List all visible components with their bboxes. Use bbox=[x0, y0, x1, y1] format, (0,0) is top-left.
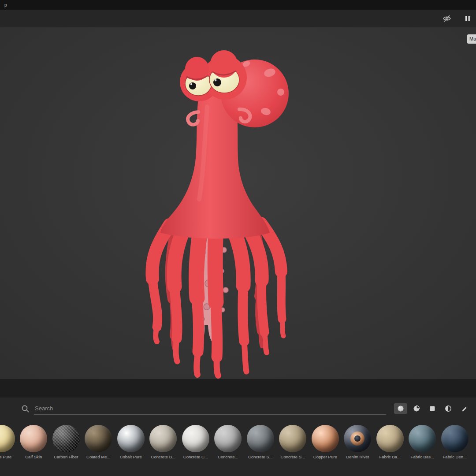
material-label: Copper Pure bbox=[309, 454, 342, 459]
material-item[interactable]: Denim Rivet bbox=[342, 425, 374, 459]
viewport-3d[interactable]: Ma bbox=[0, 27, 476, 379]
material-item[interactable]: Concrete C... bbox=[179, 425, 212, 459]
window-title: p bbox=[4, 3, 7, 7]
material-sphere bbox=[409, 425, 436, 452]
square-icon bbox=[429, 405, 436, 412]
octopus-model bbox=[0, 27, 476, 379]
divider-strip bbox=[0, 379, 476, 398]
filter-textures-button[interactable] bbox=[426, 403, 439, 414]
material-sphere bbox=[214, 425, 242, 452]
material-item[interactable]: Coated Me... bbox=[82, 425, 115, 459]
search-icon bbox=[21, 405, 30, 413]
material-item[interactable]: Carbon Fiber bbox=[50, 425, 82, 459]
material-item[interactable]: Copper Pure bbox=[309, 425, 342, 459]
material-sphere bbox=[85, 425, 112, 452]
search-row bbox=[0, 398, 476, 420]
material-sphere bbox=[20, 425, 47, 452]
material-sphere bbox=[279, 425, 306, 452]
material-label: Fabric Bas... bbox=[406, 454, 439, 459]
asset-type-filters bbox=[394, 403, 471, 414]
material-label: Fabric Den... bbox=[439, 454, 471, 459]
pause-button[interactable] bbox=[463, 14, 472, 23]
material-label: Calf Skin bbox=[18, 454, 50, 459]
visibility-off-button[interactable] bbox=[441, 13, 453, 24]
material-sphere bbox=[441, 425, 469, 452]
material-sphere bbox=[0, 425, 15, 452]
material-sphere bbox=[52, 425, 80, 452]
material-item[interactable]: Concrete... bbox=[212, 425, 245, 459]
sphere-icon bbox=[397, 405, 404, 412]
filter-half-disc-button[interactable] bbox=[442, 403, 455, 414]
material-sphere bbox=[376, 425, 404, 452]
material-item[interactable]: Fabric Bas... bbox=[406, 425, 439, 459]
material-sphere bbox=[312, 425, 339, 452]
filter-brushes-button[interactable] bbox=[457, 403, 471, 414]
material-label: Concrete... bbox=[212, 454, 245, 459]
assets-panel: Brass PureCalf SkinCarbon FiberCoated Me… bbox=[0, 398, 476, 476]
filter-smart-materials-button[interactable] bbox=[410, 403, 423, 414]
material-item[interactable]: Concrete B... bbox=[147, 425, 180, 459]
material-sphere bbox=[182, 425, 209, 452]
app-window: p bbox=[0, 0, 476, 476]
material-label: Brass Pure bbox=[0, 454, 18, 459]
material-label: Concrete C... bbox=[179, 454, 212, 459]
material-label: Denim Rivet bbox=[342, 454, 374, 459]
material-sphere bbox=[247, 425, 274, 452]
half-disc-icon bbox=[445, 405, 452, 412]
rivet-detail bbox=[350, 431, 364, 446]
material-label: Concrete S... bbox=[244, 454, 277, 459]
pause-icon bbox=[465, 15, 471, 22]
material-label: Carbon Fiber bbox=[50, 454, 82, 459]
filter-materials-button[interactable] bbox=[394, 403, 407, 414]
material-item[interactable]: Brass Pure bbox=[0, 425, 18, 459]
material-item[interactable]: Concrete S... bbox=[244, 425, 277, 459]
material-sphere bbox=[117, 425, 145, 452]
visibility-off-icon bbox=[443, 15, 451, 22]
material-item[interactable]: Fabric Den... bbox=[439, 425, 471, 459]
material-item[interactable]: Concrete S... bbox=[277, 425, 309, 459]
materials-panel-handle[interactable]: Ma bbox=[467, 34, 476, 44]
three-quarter-disc-icon bbox=[413, 405, 420, 412]
search-input[interactable] bbox=[34, 402, 386, 415]
material-sphere bbox=[344, 425, 371, 452]
toolbar bbox=[0, 10, 476, 27]
material-label: Concrete B... bbox=[147, 454, 180, 459]
material-label: Fabric Ba... bbox=[374, 454, 406, 459]
material-label: Concrete S... bbox=[277, 454, 309, 459]
material-item[interactable]: Fabric Ba... bbox=[374, 425, 406, 459]
material-item[interactable]: Cobalt Pure bbox=[115, 425, 147, 459]
titlebar: p bbox=[0, 0, 476, 10]
material-item[interactable]: Calf Skin bbox=[18, 425, 50, 459]
pencil-icon bbox=[461, 405, 468, 412]
material-sphere bbox=[149, 425, 177, 452]
material-label: Cobalt Pure bbox=[115, 454, 147, 459]
panel-handle-label: Ma bbox=[469, 36, 476, 41]
material-label: Coated Me... bbox=[82, 454, 115, 459]
materials-list: Brass PureCalf SkinCarbon FiberCoated Me… bbox=[0, 420, 476, 459]
